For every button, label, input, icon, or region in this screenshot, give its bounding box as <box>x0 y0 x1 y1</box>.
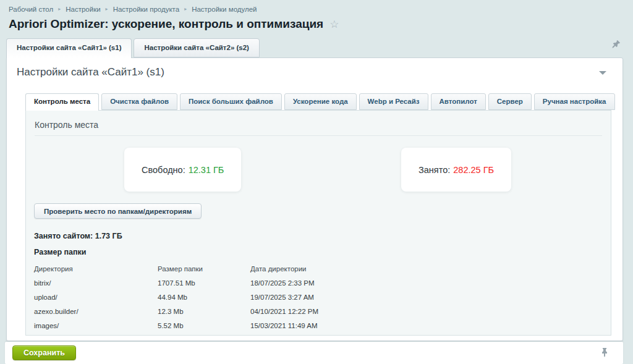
table-row: images/ 5.52 Mb 15/03/2021 11:49 AM <box>34 318 318 332</box>
cell-date: 15/03/2021 11:49 AM <box>250 332 318 336</box>
chevron-down-icon[interactable] <box>599 71 606 75</box>
tab-server[interactable]: Сервер <box>488 93 532 110</box>
tab-manual-setup[interactable]: Ручная настройка <box>534 93 615 110</box>
save-button[interactable]: Сохранить <box>12 345 76 360</box>
used-space-card: Занято: 282.25 ГБ <box>401 148 511 192</box>
tab-code-acceleration[interactable]: Ускорение кода <box>284 93 357 110</box>
cell-directory: azexo.builder/ <box>34 304 158 318</box>
page-title-text: Apriori Optimizer: ускорение, контроль и… <box>9 17 323 31</box>
tab-site1-label: Настройки сайта «Сайт1» (s1) <box>17 44 121 51</box>
free-space-label: Свободно: <box>142 165 185 175</box>
column-header-size: Размер папки <box>158 261 250 276</box>
tab-site2-label: Настройки сайта «Сайт2» (s2) <box>144 44 249 51</box>
breadcrumb-item-settings[interactable]: Настройки <box>66 6 100 13</box>
cell-directory: info/ <box>34 332 158 336</box>
folder-size-title: Размер папки <box>34 248 611 256</box>
table-row: upload/ 44.94 Mb 19/07/2025 3:27 AM <box>34 290 318 304</box>
cell-size: 44.94 Mb <box>158 290 250 304</box>
table-row: info/ 0.15 Mb 15/03/2021 11:49 AM <box>34 332 318 336</box>
tab-label: Очистка файлов <box>110 98 169 105</box>
breadcrumb-separator-icon: ▸ <box>184 7 187 12</box>
free-space-card: Свободно: 12.31 ГБ <box>124 148 241 192</box>
tab-label: Автопилот <box>440 98 477 105</box>
tab-autopilot[interactable]: Автопилот <box>431 93 486 110</box>
tab-label: Ускорение кода <box>293 98 348 105</box>
breadcrumb-item-module-settings[interactable]: Настройки модулей <box>192 6 257 13</box>
pin-icon[interactable] <box>600 347 610 357</box>
tab-large-files-search[interactable]: Поиск больших файлов <box>180 93 282 110</box>
space-control-content: Контроль места Свободно: 12.31 ГБ Занято… <box>25 110 611 336</box>
breadcrumb-separator-icon: ▸ <box>58 7 61 12</box>
site-tabs: Настройки сайта «Сайт1» (s1) Настройки с… <box>6 38 624 57</box>
cell-size: 0.15 Mb <box>158 332 250 336</box>
table-header-row: Директория Размер папки Дата директории <box>34 261 318 276</box>
table-row: azexo.builder/ 12.3 Mb 04/10/2021 12:22 … <box>34 304 318 318</box>
panel-title: Настройки сайта «Сайт1» (s1) <box>17 66 164 78</box>
pin-icon[interactable] <box>611 40 621 49</box>
used-space-value: 282.25 ГБ <box>453 165 494 175</box>
tab-site1[interactable]: Настройки сайта «Сайт1» (s1) <box>6 38 132 58</box>
column-header-directory: Директория <box>34 261 158 276</box>
breadcrumb-item-product-settings[interactable]: Настройки продукта <box>113 6 180 13</box>
site-usage-text: Занято сайтом: 1.73 ГБ <box>34 232 611 240</box>
cell-directory: images/ <box>34 318 158 332</box>
tab-file-cleanup[interactable]: Очистка файлов <box>101 93 177 110</box>
action-bar: Сохранить <box>5 342 623 364</box>
tab-label: Webp и Ресайз <box>368 98 420 105</box>
cell-date: 19/07/2025 3:27 AM <box>250 290 318 304</box>
tab-space-control[interactable]: Контроль места <box>25 93 99 111</box>
free-space-value: 12.31 ГБ <box>189 165 224 175</box>
disk-cards: Свободно: 12.31 ГБ Занято: 282.25 ГБ <box>26 136 611 200</box>
table-row: bitrix/ 1707.51 Mb 18/07/2025 2:33 PM <box>34 276 318 290</box>
folder-size-table: Директория Размер папки Дата директории … <box>34 261 318 336</box>
cell-directory: bitrix/ <box>34 276 158 290</box>
check-folders-button[interactable]: Проверить место по папкам/директориям <box>34 203 202 219</box>
tab-label: Контроль места <box>34 98 90 105</box>
tab-label: Поиск больших файлов <box>189 98 273 105</box>
tab-label: Сервер <box>497 98 523 105</box>
section-title: Контроль места <box>35 120 602 130</box>
breadcrumb: Рабочий стол ▸ Настройки ▸ Настройки про… <box>9 6 257 13</box>
column-header-date: Дата директории <box>250 261 318 276</box>
breadcrumb-item-desktop[interactable]: Рабочий стол <box>9 6 53 13</box>
cell-directory: upload/ <box>34 290 158 304</box>
cell-date: 18/07/2025 2:33 PM <box>250 276 318 290</box>
tab-site2[interactable]: Настройки сайта «Сайт2» (s2) <box>134 38 259 57</box>
page-title: Apriori Optimizer: ускорение, контроль и… <box>9 17 339 31</box>
favorite-star-icon[interactable]: ☆ <box>329 19 339 30</box>
cell-date: 04/10/2021 12:22 PM <box>250 304 318 318</box>
cell-size: 12.3 Mb <box>158 304 250 318</box>
breadcrumb-separator-icon: ▸ <box>106 7 108 12</box>
tab-webp-resize[interactable]: Webp и Ресайз <box>359 93 428 110</box>
cell-size: 5.52 Mb <box>158 318 250 332</box>
tab-label: Ручная настройка <box>543 98 606 105</box>
used-space-label: Занято: <box>418 165 450 175</box>
settings-panel: Настройки сайта «Сайт1» (s1) Контроль ме… <box>6 57 623 341</box>
module-tabs: Контроль места Очистка файлов Поиск боль… <box>25 93 611 110</box>
cell-date: 15/03/2021 11:49 AM <box>250 318 318 332</box>
panel-header: Настройки сайта «Сайт1» (s1) <box>7 58 622 78</box>
cell-size: 1707.51 Mb <box>158 276 250 290</box>
